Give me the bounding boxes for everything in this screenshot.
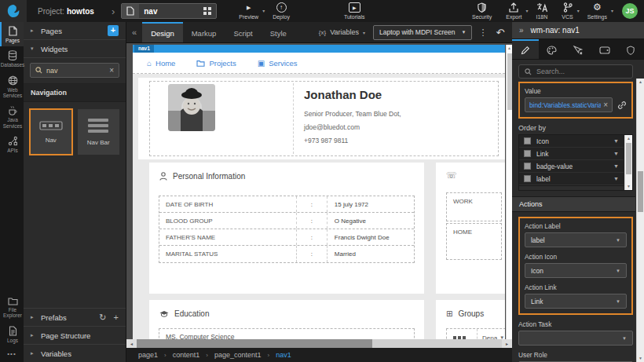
sidebar-item-java-services[interactable]: Java Services (0, 101, 24, 132)
order-by-item-icon[interactable]: Icon ▼ (519, 135, 624, 148)
tab-design[interactable]: Design (142, 22, 183, 42)
wavemaker-logo[interactable] (0, 0, 27, 22)
add-page-button[interactable]: + (108, 25, 119, 36)
widget-tile-nav-bar[interactable]: Nav Bar (78, 109, 120, 155)
tab-properties[interactable] (512, 39, 539, 59)
security-button[interactable]: Security (472, 2, 492, 20)
collapse-right-panel-button[interactable]: » (519, 26, 524, 35)
add-prefab-icon[interactable]: + (114, 313, 119, 323)
tab-markup[interactable]: Markup (183, 22, 225, 42)
widget-tile-nav[interactable]: Nav (30, 109, 72, 155)
properties-panel-scrollbar[interactable]: ▲ ▼ (636, 79, 644, 362)
checkbox[interactable] (524, 137, 531, 144)
scrollbar-thumb[interactable] (137, 339, 372, 348)
nav-widget-selection-bar[interactable]: nav1 (133, 45, 505, 53)
tab-style[interactable]: Style (262, 22, 295, 42)
order-by-item-badge-value[interactable]: badge-value ▼ (519, 160, 624, 173)
page-name-input[interactable] (139, 7, 203, 16)
settings-button[interactable]: ⚙ Settings ▾ (587, 2, 607, 20)
scroll-up-icon[interactable]: ▲ (625, 135, 632, 142)
sidebar-item-apis[interactable]: APIs (0, 132, 24, 156)
scroll-left-icon[interactable]: ◂ (126, 339, 137, 348)
chevron-down-icon[interactable]: ▾ (262, 8, 265, 13)
deploy-button[interactable]: ↑ Deploy (273, 2, 290, 20)
action-icon-select[interactable]: Icon ▼ (525, 263, 627, 278)
sidebar-item-databases[interactable]: Databases (0, 46, 24, 71)
scroll-right-icon[interactable]: ▸ (502, 339, 512, 348)
scroll-up-icon[interactable]: ▲ (637, 79, 644, 86)
page-selector[interactable] (121, 3, 217, 19)
more-menu-button[interactable]: ••• (0, 346, 24, 362)
value-binding-input[interactable] (529, 101, 601, 109)
table-row[interactable]: DATE OF BIRTH : 15 july 1972 (159, 196, 414, 213)
chevron-down-icon[interactable]: ▼ (613, 151, 619, 156)
canvas-horizontal-scrollbar[interactable]: ◂ ▸ (126, 339, 512, 348)
sidebar-item-pages[interactable]: Pages (0, 22, 24, 46)
pages-section-header[interactable]: ▸ Pages + (24, 22, 126, 40)
prefabs-section-header[interactable]: ▸ Prefabs ↻ + (24, 308, 126, 326)
variables-section-header[interactable]: ▸ Variables (24, 344, 126, 362)
vcs-button[interactable]: VCS ▾ (562, 2, 573, 20)
checkbox[interactable] (524, 175, 531, 182)
more-options-icon[interactable]: ⋮ (478, 27, 487, 38)
tab-events[interactable] (565, 39, 591, 59)
page-structure-section-header[interactable]: ▸ Page Structure (24, 326, 126, 344)
chevron-down-icon[interactable]: ▾ (525, 8, 528, 13)
value-binding-input-wrap[interactable]: × (525, 97, 613, 112)
action-link-select[interactable]: Link ▼ (525, 294, 627, 309)
tab-styles[interactable] (539, 39, 565, 59)
contact-cell-work[interactable]: WORK (446, 192, 502, 221)
breadcrumb-item[interactable]: content1 (173, 351, 200, 359)
chevron-down-icon[interactable]: ▼ (613, 163, 619, 169)
widget-search-input[interactable] (46, 67, 105, 75)
scrollbar-thumb[interactable] (638, 171, 643, 212)
order-by-item-label-item[interactable]: label ▼ (519, 173, 624, 185)
scroll-down-icon[interactable]: ▼ (637, 355, 644, 362)
refresh-icon[interactable]: ↻ (99, 313, 106, 323)
widgets-section-header[interactable]: ▾ Widgets (24, 40, 126, 58)
breadcrumb-item[interactable]: page_content1 (214, 351, 262, 359)
canvas-vertical-scrollbar[interactable]: ▲ (506, 45, 512, 339)
personal-info-table[interactable]: DATE OF BIRTH : 15 july 1972 BLOOD GROUP… (159, 196, 415, 263)
properties-search[interactable] (518, 64, 633, 79)
tab-security[interactable] (617, 39, 644, 59)
sidebar-item-web-services[interactable]: Web Services (0, 71, 24, 102)
scroll-up-icon[interactable]: ▲ (507, 45, 512, 52)
breadcrumb-item[interactable]: page1 (138, 351, 158, 359)
scrollbar-thumb[interactable] (626, 143, 631, 174)
grid-icon[interactable] (203, 7, 216, 15)
groups-row[interactable]: Depa ▼ (446, 328, 505, 339)
tab-script[interactable]: Script (225, 22, 261, 42)
collapse-left-panel-button[interactable]: « (126, 27, 142, 37)
nav-link-home[interactable]: ⌂ Home (147, 59, 175, 68)
nav-link-services[interactable]: ▣ Services (258, 59, 298, 68)
education-row[interactable]: MS, Computer Science (159, 328, 415, 339)
tutorials-button[interactable]: ▶ Tutorials (344, 2, 365, 20)
checkbox[interactable] (524, 150, 531, 157)
breadcrumb-item-current[interactable]: nav1 (276, 351, 291, 359)
action-label-select[interactable]: label ▼ (525, 232, 627, 247)
checkbox[interactable] (524, 163, 531, 170)
variables-dropdown[interactable]: {x} Variables ▾ (319, 28, 365, 36)
table-row[interactable]: MARITAL STATUS : Married (159, 246, 414, 262)
device-select[interactable]: Laptop with MDPI Screen ▼ (373, 25, 472, 40)
chevron-down-icon[interactable]: ▼ (613, 138, 619, 144)
order-by-scrollbar[interactable]: ▲ ▼ (624, 135, 632, 190)
undo-button[interactable]: ↶ (496, 27, 504, 38)
preview-button[interactable]: ▶ Preview ▾ (239, 2, 258, 20)
profile-card[interactable]: Jonathan Doe Senior Producer, Team Blue … (149, 81, 499, 156)
scroll-down-icon[interactable]: ▼ (625, 183, 632, 190)
design-canvas-page[interactable]: nav1 ⌂ Home Projects ▣ Ser (133, 45, 505, 339)
properties-search-input[interactable] (536, 68, 627, 75)
i18n-button[interactable]: I18N (536, 2, 548, 20)
user-avatar[interactable]: JS (622, 3, 638, 19)
table-row[interactable]: FATHER'S NAME : Francis Dwight Doe (159, 229, 414, 246)
widget-search[interactable]: × (30, 63, 119, 78)
nav-widget-tag[interactable]: nav1 (134, 45, 154, 53)
table-row[interactable]: BLOOD GROUP : O Negative (159, 213, 414, 229)
order-by-item-link[interactable]: Link ▼ (519, 148, 624, 160)
export-button[interactable]: Export ▾ (506, 2, 521, 20)
clear-value-icon[interactable]: × (603, 101, 608, 109)
bind-link-icon[interactable] (617, 101, 627, 110)
chevron-down-icon[interactable]: ▾ (577, 8, 580, 13)
